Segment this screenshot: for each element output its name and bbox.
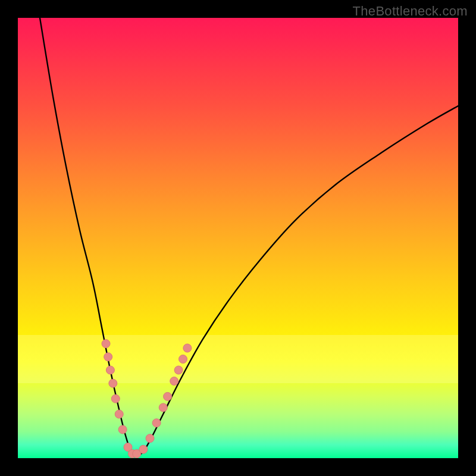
data-marker bbox=[102, 340, 110, 348]
data-marker bbox=[111, 394, 120, 403]
data-marker bbox=[152, 419, 161, 427]
data-marker bbox=[115, 410, 123, 418]
data-marker bbox=[164, 392, 172, 400]
data-marker bbox=[159, 403, 167, 412]
data-marker bbox=[118, 425, 127, 434]
data-marker bbox=[109, 379, 117, 387]
data-marker bbox=[106, 366, 114, 374]
data-marker bbox=[170, 377, 178, 386]
watermark-text: TheBottleneck.com bbox=[353, 4, 468, 19]
plot-area bbox=[18, 18, 458, 458]
bottleneck-curve bbox=[40, 18, 458, 456]
data-marker bbox=[174, 366, 183, 374]
chart-frame: TheBottleneck.com bbox=[0, 0, 476, 476]
curve-svg bbox=[18, 18, 458, 458]
data-marker bbox=[146, 434, 154, 443]
data-marker bbox=[179, 355, 187, 364]
data-marker bbox=[104, 353, 112, 361]
data-marker bbox=[183, 344, 192, 352]
data-marker bbox=[139, 445, 148, 453]
data-markers bbox=[102, 340, 192, 458]
